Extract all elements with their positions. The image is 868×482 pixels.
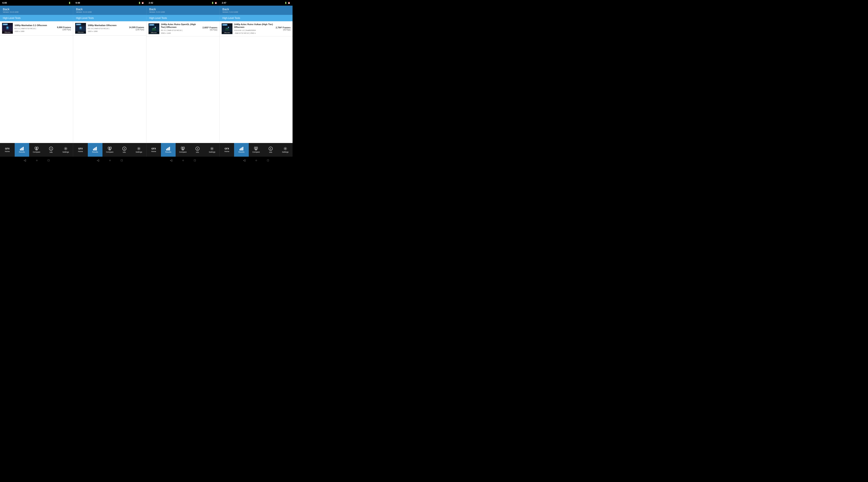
nav-home-2[interactable]: GFX Home bbox=[73, 143, 88, 157]
nav-info-1[interactable]: i Info bbox=[44, 143, 59, 157]
info-icon-1: i bbox=[49, 147, 53, 151]
bench-info-3: 1440p Aztec Ruins OpenGL (High Tier) Off… bbox=[161, 23, 201, 35]
android-home-1[interactable]: ○ bbox=[36, 159, 38, 162]
thumb-badge-4: 1440P bbox=[222, 24, 227, 26]
thumb-badge-2: 1080P bbox=[76, 24, 81, 25]
battery-icon-2: 🔋 bbox=[138, 2, 141, 4]
nav-info-2[interactable]: i Info bbox=[117, 143, 132, 157]
nav-info-label-3: Info bbox=[196, 151, 199, 153]
results-icon-4 bbox=[240, 147, 244, 151]
nav-compare-1[interactable]: Compare bbox=[29, 143, 44, 157]
android-back-1[interactable]: ◁ bbox=[24, 159, 26, 162]
android-recent-3[interactable]: □ bbox=[194, 159, 196, 162]
bench-fps-2: (235 Fps) bbox=[129, 29, 144, 31]
nav-compare-4[interactable]: Compare bbox=[249, 143, 264, 157]
svg-rect-11 bbox=[23, 147, 24, 151]
nav-home-4[interactable]: GFX Home bbox=[220, 143, 234, 157]
nav-info-label-2: Info bbox=[123, 151, 126, 153]
svg-rect-9 bbox=[21, 148, 22, 151]
nav-compare-2[interactable]: Compare bbox=[102, 143, 117, 157]
nav-results-1[interactable]: Results bbox=[15, 143, 29, 157]
bench-name-2: 1080p Manhattan Offscreen bbox=[88, 24, 127, 27]
nav-settings-2[interactable]: Settings bbox=[132, 143, 146, 157]
section-segment-3: High-Level Tests bbox=[147, 17, 220, 20]
android-recent-1[interactable]: □ bbox=[48, 159, 50, 162]
version-2: Version: 5.0.0-1030 bbox=[76, 11, 92, 13]
svg-rect-42 bbox=[241, 148, 241, 151]
nav-results-3[interactable]: Results bbox=[161, 143, 176, 157]
back-button-4[interactable]: Back bbox=[222, 7, 229, 11]
status-segment-3: 2:42 🔋 ⏰ bbox=[146, 2, 219, 4]
nav-settings-1[interactable]: Settings bbox=[59, 143, 73, 157]
thumb-graphic-1 bbox=[4, 25, 10, 31]
info-icon-2: i bbox=[122, 147, 126, 151]
back-button-3[interactable]: Back bbox=[149, 7, 156, 11]
thumb-label-1: Offscreen bbox=[2, 31, 13, 33]
bench-row-4[interactable]: 1440P Offscreen 1440p Aztec Ruins Vulkan… bbox=[220, 21, 292, 36]
nav-settings-3[interactable]: Settings bbox=[205, 143, 219, 157]
nav-results-label-1: Results bbox=[19, 151, 25, 153]
bench-detail-4a: VULKAN 1.0 | 0xa8620004 bbox=[234, 29, 274, 32]
android-recent-4[interactable]: □ bbox=[267, 159, 269, 162]
bench-detail-2a: ES 3.0 | Mali-G710 MC10 | bbox=[88, 27, 127, 30]
nav-settings-4[interactable]: Settings bbox=[278, 143, 292, 157]
nav-results-4[interactable]: Results bbox=[234, 143, 249, 157]
gfx-label-1: GFX bbox=[5, 148, 10, 150]
android-home-3[interactable]: ○ bbox=[182, 159, 184, 162]
panel-1: 1080P Offscreen 1080p Manhattan 3.1 Offs… bbox=[0, 21, 73, 143]
nav-group-4: GFX Home Results Compare i bbox=[220, 143, 292, 157]
nav-home-1[interactable]: GFX Home bbox=[0, 143, 15, 157]
nav-results-label-3: Results bbox=[165, 151, 171, 153]
section-title-2: High-Level Tests bbox=[76, 17, 94, 20]
status-icons-4: 🔋 ⏰ bbox=[284, 2, 290, 4]
svg-rect-45 bbox=[254, 147, 256, 149]
thumb-label-4: Offscreen bbox=[222, 32, 232, 34]
bench-row-2[interactable]: 1080P Offscreen 1080p Manhattan Offscree… bbox=[73, 21, 146, 36]
nav-compare-3[interactable]: Compare bbox=[176, 143, 190, 157]
section-title-4: High-Level Tests bbox=[222, 17, 240, 20]
android-home-2[interactable]: ○ bbox=[109, 159, 111, 162]
svg-text:i: i bbox=[270, 148, 271, 150]
thumb-badge-3: 1440P bbox=[149, 24, 154, 26]
nav-info-label-4: Info bbox=[269, 151, 272, 153]
section-segment-4: High-Level Tests bbox=[220, 17, 292, 20]
compare-icon-1 bbox=[35, 147, 38, 151]
settings-icon-2 bbox=[137, 147, 141, 151]
bench-score-4: 2,794* Frames (43 Fps) bbox=[276, 26, 290, 31]
svg-rect-30 bbox=[166, 149, 167, 151]
nav-home-label-1: Home bbox=[5, 151, 10, 153]
android-back-3[interactable]: ◁ bbox=[170, 159, 172, 162]
android-back-2[interactable]: ◁ bbox=[97, 159, 99, 162]
svg-rect-31 bbox=[167, 148, 168, 151]
nav-compare-label-4: Compare bbox=[252, 151, 260, 153]
nav-group-2: GFX Home Results Compare i bbox=[73, 143, 146, 157]
nav-compare-label-3: Compare bbox=[179, 151, 187, 153]
nav-home-3[interactable]: GFX Home bbox=[147, 143, 161, 157]
nav-info-3[interactable]: i Info bbox=[190, 143, 205, 157]
bench-frames-1: 9,890 Frames bbox=[57, 26, 71, 29]
svg-rect-44 bbox=[243, 147, 243, 151]
gfx-label-4: GFX bbox=[225, 148, 229, 150]
nav-results-2[interactable]: Results bbox=[88, 143, 102, 157]
time-1: 6:00 bbox=[2, 2, 7, 4]
results-icon-2 bbox=[93, 147, 97, 151]
bench-frames-4: 2,794* Frames bbox=[276, 26, 290, 29]
nav-info-4[interactable]: i Info bbox=[264, 143, 278, 157]
android-back-4[interactable]: ◁ bbox=[243, 159, 245, 162]
android-nav-segment-2: ◁ ○ □ bbox=[73, 159, 146, 162]
bench-row-1[interactable]: 1080P Offscreen 1080p Manhattan 3.1 Offs… bbox=[0, 21, 73, 36]
compare-icon-2 bbox=[108, 147, 112, 151]
bench-info-2: 1080p Manhattan Offscreen ES 3.0 | Mali-… bbox=[88, 24, 127, 33]
android-recent-2[interactable]: □ bbox=[121, 159, 123, 162]
back-button-2[interactable]: Back bbox=[76, 7, 83, 11]
svg-point-7 bbox=[228, 27, 229, 28]
svg-rect-33 bbox=[169, 147, 170, 151]
thumb-label-3: Offscreen bbox=[149, 32, 159, 34]
svg-rect-35 bbox=[183, 147, 184, 149]
header-segment-4: Back Version: 5.0.0-1030 bbox=[220, 6, 292, 15]
back-button-1[interactable]: Back bbox=[3, 7, 9, 11]
svg-point-18 bbox=[65, 148, 66, 149]
android-home-4[interactable]: ○ bbox=[255, 159, 257, 162]
nav-settings-label-1: Settings bbox=[62, 151, 69, 153]
bench-row-3[interactable]: 1440P Offscreen 1440p Aztec Ruins OpenGL… bbox=[147, 21, 219, 36]
